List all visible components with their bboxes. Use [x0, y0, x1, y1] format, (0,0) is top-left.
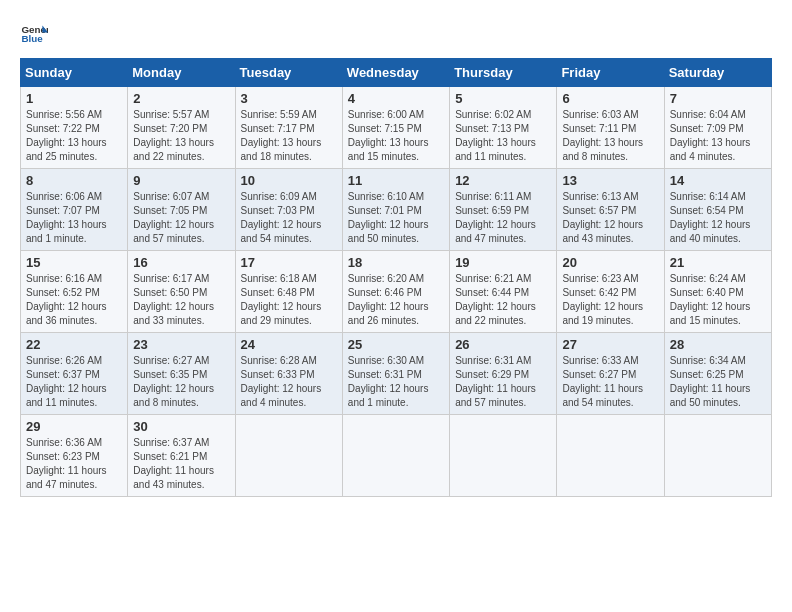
- day-number: 12: [455, 173, 551, 188]
- day-number: 7: [670, 91, 766, 106]
- day-info: Sunrise: 6:26 AM Sunset: 6:37 PM Dayligh…: [26, 354, 122, 410]
- calendar-body: 1Sunrise: 5:56 AM Sunset: 7:22 PM Daylig…: [21, 87, 772, 497]
- day-info: Sunrise: 6:13 AM Sunset: 6:57 PM Dayligh…: [562, 190, 658, 246]
- calendar-week-2: 8Sunrise: 6:06 AM Sunset: 7:07 PM Daylig…: [21, 169, 772, 251]
- day-number: 11: [348, 173, 444, 188]
- calendar-cell: 15Sunrise: 6:16 AM Sunset: 6:52 PM Dayli…: [21, 251, 128, 333]
- day-info: Sunrise: 6:21 AM Sunset: 6:44 PM Dayligh…: [455, 272, 551, 328]
- day-number: 6: [562, 91, 658, 106]
- day-info: Sunrise: 6:07 AM Sunset: 7:05 PM Dayligh…: [133, 190, 229, 246]
- calendar-table: SundayMondayTuesdayWednesdayThursdayFrid…: [20, 58, 772, 497]
- calendar-cell: 24Sunrise: 6:28 AM Sunset: 6:33 PM Dayli…: [235, 333, 342, 415]
- day-number: 5: [455, 91, 551, 106]
- day-number: 19: [455, 255, 551, 270]
- day-number: 30: [133, 419, 229, 434]
- calendar-cell: 8Sunrise: 6:06 AM Sunset: 7:07 PM Daylig…: [21, 169, 128, 251]
- day-header-monday: Monday: [128, 59, 235, 87]
- day-info: Sunrise: 6:28 AM Sunset: 6:33 PM Dayligh…: [241, 354, 337, 410]
- calendar-cell: 11Sunrise: 6:10 AM Sunset: 7:01 PM Dayli…: [342, 169, 449, 251]
- day-info: Sunrise: 6:11 AM Sunset: 6:59 PM Dayligh…: [455, 190, 551, 246]
- day-info: Sunrise: 6:36 AM Sunset: 6:23 PM Dayligh…: [26, 436, 122, 492]
- logo-icon: General Blue: [20, 20, 48, 48]
- day-info: Sunrise: 5:59 AM Sunset: 7:17 PM Dayligh…: [241, 108, 337, 164]
- day-info: Sunrise: 6:09 AM Sunset: 7:03 PM Dayligh…: [241, 190, 337, 246]
- day-number: 26: [455, 337, 551, 352]
- day-number: 25: [348, 337, 444, 352]
- day-number: 3: [241, 91, 337, 106]
- day-number: 4: [348, 91, 444, 106]
- day-header-thursday: Thursday: [450, 59, 557, 87]
- day-number: 17: [241, 255, 337, 270]
- day-info: Sunrise: 6:37 AM Sunset: 6:21 PM Dayligh…: [133, 436, 229, 492]
- calendar-week-3: 15Sunrise: 6:16 AM Sunset: 6:52 PM Dayli…: [21, 251, 772, 333]
- day-number: 15: [26, 255, 122, 270]
- day-number: 20: [562, 255, 658, 270]
- calendar-cell: 29Sunrise: 6:36 AM Sunset: 6:23 PM Dayli…: [21, 415, 128, 497]
- day-header-wednesday: Wednesday: [342, 59, 449, 87]
- calendar-header-row: SundayMondayTuesdayWednesdayThursdayFrid…: [21, 59, 772, 87]
- svg-text:Blue: Blue: [21, 33, 43, 44]
- day-info: Sunrise: 6:33 AM Sunset: 6:27 PM Dayligh…: [562, 354, 658, 410]
- calendar-cell: 21Sunrise: 6:24 AM Sunset: 6:40 PM Dayli…: [664, 251, 771, 333]
- calendar-cell: 26Sunrise: 6:31 AM Sunset: 6:29 PM Dayli…: [450, 333, 557, 415]
- day-info: Sunrise: 6:17 AM Sunset: 6:50 PM Dayligh…: [133, 272, 229, 328]
- calendar-cell: 17Sunrise: 6:18 AM Sunset: 6:48 PM Dayli…: [235, 251, 342, 333]
- day-info: Sunrise: 6:20 AM Sunset: 6:46 PM Dayligh…: [348, 272, 444, 328]
- day-info: Sunrise: 5:56 AM Sunset: 7:22 PM Dayligh…: [26, 108, 122, 164]
- calendar-cell: 9Sunrise: 6:07 AM Sunset: 7:05 PM Daylig…: [128, 169, 235, 251]
- day-info: Sunrise: 6:31 AM Sunset: 6:29 PM Dayligh…: [455, 354, 551, 410]
- calendar-cell: 14Sunrise: 6:14 AM Sunset: 6:54 PM Dayli…: [664, 169, 771, 251]
- day-number: 18: [348, 255, 444, 270]
- day-number: 8: [26, 173, 122, 188]
- calendar-cell: 4Sunrise: 6:00 AM Sunset: 7:15 PM Daylig…: [342, 87, 449, 169]
- calendar-cell: 7Sunrise: 6:04 AM Sunset: 7:09 PM Daylig…: [664, 87, 771, 169]
- day-number: 9: [133, 173, 229, 188]
- calendar-cell: 19Sunrise: 6:21 AM Sunset: 6:44 PM Dayli…: [450, 251, 557, 333]
- day-number: 29: [26, 419, 122, 434]
- calendar-cell: 12Sunrise: 6:11 AM Sunset: 6:59 PM Dayli…: [450, 169, 557, 251]
- day-info: Sunrise: 6:14 AM Sunset: 6:54 PM Dayligh…: [670, 190, 766, 246]
- day-number: 27: [562, 337, 658, 352]
- calendar-cell: 1Sunrise: 5:56 AM Sunset: 7:22 PM Daylig…: [21, 87, 128, 169]
- calendar-cell: 13Sunrise: 6:13 AM Sunset: 6:57 PM Dayli…: [557, 169, 664, 251]
- calendar-cell: [342, 415, 449, 497]
- calendar-cell: [235, 415, 342, 497]
- day-info: Sunrise: 6:06 AM Sunset: 7:07 PM Dayligh…: [26, 190, 122, 246]
- day-header-tuesday: Tuesday: [235, 59, 342, 87]
- calendar-cell: 6Sunrise: 6:03 AM Sunset: 7:11 PM Daylig…: [557, 87, 664, 169]
- day-info: Sunrise: 6:02 AM Sunset: 7:13 PM Dayligh…: [455, 108, 551, 164]
- day-number: 28: [670, 337, 766, 352]
- calendar-cell: [664, 415, 771, 497]
- calendar-cell: 22Sunrise: 6:26 AM Sunset: 6:37 PM Dayli…: [21, 333, 128, 415]
- day-info: Sunrise: 6:18 AM Sunset: 6:48 PM Dayligh…: [241, 272, 337, 328]
- day-number: 21: [670, 255, 766, 270]
- day-info: Sunrise: 6:24 AM Sunset: 6:40 PM Dayligh…: [670, 272, 766, 328]
- day-number: 16: [133, 255, 229, 270]
- calendar-cell: 20Sunrise: 6:23 AM Sunset: 6:42 PM Dayli…: [557, 251, 664, 333]
- day-header-saturday: Saturday: [664, 59, 771, 87]
- day-number: 24: [241, 337, 337, 352]
- day-info: Sunrise: 6:00 AM Sunset: 7:15 PM Dayligh…: [348, 108, 444, 164]
- day-number: 14: [670, 173, 766, 188]
- day-number: 13: [562, 173, 658, 188]
- day-info: Sunrise: 6:27 AM Sunset: 6:35 PM Dayligh…: [133, 354, 229, 410]
- day-number: 23: [133, 337, 229, 352]
- day-number: 10: [241, 173, 337, 188]
- day-number: 2: [133, 91, 229, 106]
- calendar-week-1: 1Sunrise: 5:56 AM Sunset: 7:22 PM Daylig…: [21, 87, 772, 169]
- calendar-cell: 18Sunrise: 6:20 AM Sunset: 6:46 PM Dayli…: [342, 251, 449, 333]
- day-header-sunday: Sunday: [21, 59, 128, 87]
- calendar-cell: 5Sunrise: 6:02 AM Sunset: 7:13 PM Daylig…: [450, 87, 557, 169]
- calendar-week-4: 22Sunrise: 6:26 AM Sunset: 6:37 PM Dayli…: [21, 333, 772, 415]
- calendar-cell: 10Sunrise: 6:09 AM Sunset: 7:03 PM Dayli…: [235, 169, 342, 251]
- calendar-cell: 28Sunrise: 6:34 AM Sunset: 6:25 PM Dayli…: [664, 333, 771, 415]
- calendar-cell: 3Sunrise: 5:59 AM Sunset: 7:17 PM Daylig…: [235, 87, 342, 169]
- day-number: 22: [26, 337, 122, 352]
- calendar-cell: 2Sunrise: 5:57 AM Sunset: 7:20 PM Daylig…: [128, 87, 235, 169]
- calendar-week-5: 29Sunrise: 6:36 AM Sunset: 6:23 PM Dayli…: [21, 415, 772, 497]
- day-info: Sunrise: 6:16 AM Sunset: 6:52 PM Dayligh…: [26, 272, 122, 328]
- day-info: Sunrise: 6:34 AM Sunset: 6:25 PM Dayligh…: [670, 354, 766, 410]
- day-info: Sunrise: 5:57 AM Sunset: 7:20 PM Dayligh…: [133, 108, 229, 164]
- page-header: General Blue: [20, 20, 772, 48]
- day-info: Sunrise: 6:10 AM Sunset: 7:01 PM Dayligh…: [348, 190, 444, 246]
